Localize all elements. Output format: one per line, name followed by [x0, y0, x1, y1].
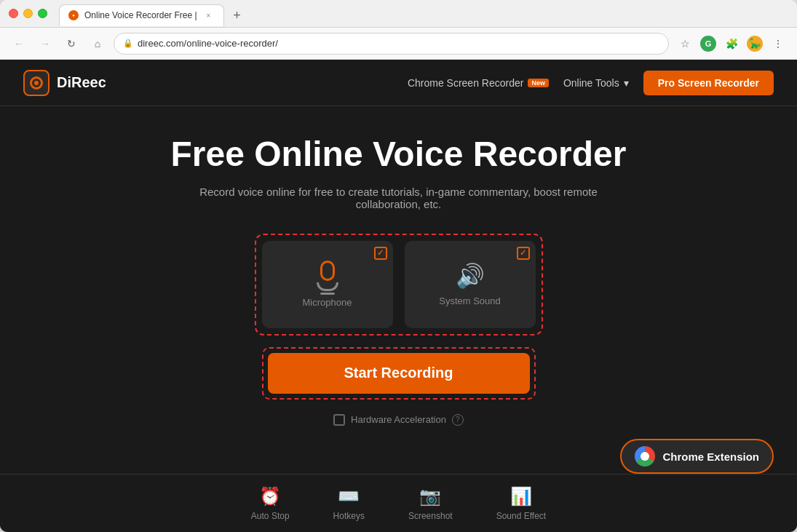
microphone-label: Microphone	[303, 297, 352, 308]
auto-stop-label: Auto Stop	[251, 511, 290, 521]
chrome-screen-recorder-link[interactable]: Chrome Screen Recorder New	[408, 77, 549, 89]
dino-icon[interactable]: 🦕	[745, 33, 765, 54]
home-button[interactable]: ⌂	[87, 33, 108, 54]
back-button[interactable]: ←	[9, 33, 29, 54]
tab-favicon	[68, 10, 79, 20]
close-button[interactable]	[9, 9, 18, 18]
site-nav: DiReec Chrome Screen Recorder New Online…	[0, 60, 797, 106]
speaker-icon: 🔊	[456, 262, 485, 290]
microphone-checkbox[interactable]	[374, 247, 387, 260]
hotkeys-feature[interactable]: ⌨️ Hotkeys	[333, 486, 365, 521]
hardware-acceleration-row: Hardware Acceleration ?	[333, 414, 464, 426]
sound-effect-label: Sound Effect	[496, 511, 547, 521]
brand: DiReec	[23, 70, 106, 96]
extensions-icon[interactable]: 🧩	[721, 33, 742, 54]
screenshot-icon: 📷	[419, 486, 441, 507]
chrome-logo-icon	[635, 446, 655, 467]
system-sound-card[interactable]: 🔊 System Sound	[405, 241, 536, 328]
url-text: direec.com/online-voice-recorder/	[138, 38, 659, 49]
toolbar-icons: ☆ G 🧩 🦕 ⋮	[675, 33, 788, 54]
start-recording-wrapper: Start Recording	[262, 347, 536, 400]
site-content: DiReec Chrome Screen Recorder New Online…	[0, 60, 797, 532]
minimize-button[interactable]	[23, 9, 33, 18]
new-tab-btn[interactable]: +	[227, 6, 247, 26]
microphone-card[interactable]: Microphone	[262, 241, 393, 328]
brand-logo	[23, 70, 49, 96]
maximize-button[interactable]	[38, 9, 47, 18]
online-tools-label: Online Tools	[563, 77, 619, 89]
menu-icon[interactable]: ⋮	[768, 33, 788, 54]
lock-icon: 🔒	[123, 39, 133, 48]
pro-screen-recorder-btn[interactable]: Pro Screen Recorder	[643, 71, 774, 95]
hw-accel-label: Hardware Acceleration	[351, 414, 446, 425]
titlebar: Online Voice Recorder Free | × +	[0, 0, 797, 28]
chrome-extension-btn[interactable]: Chrome Extension	[620, 439, 774, 474]
chrome-extension-label: Chrome Extension	[662, 450, 759, 463]
addressbar: ← → ↻ ⌂ 🔒 direec.com/online-voice-record…	[0, 28, 797, 60]
hero-section: Free Online Voice Recorder Record voice …	[0, 106, 797, 440]
hotkeys-icon: ⌨️	[338, 486, 360, 507]
chrome-screen-recorder-label: Chrome Screen Recorder	[408, 77, 524, 89]
browser-window: Online Voice Recorder Free | × + ← → ↻ ⌂…	[0, 0, 797, 532]
profile-icon[interactable]: G	[698, 33, 718, 54]
forward-button[interactable]: →	[35, 33, 55, 54]
record-controls: Microphone 🔊 System Sound Start Recordin…	[255, 234, 543, 426]
profile-avatar: G	[700, 36, 716, 52]
screenshot-feature[interactable]: 📷 Screenshot	[408, 486, 453, 521]
hotkeys-label: Hotkeys	[333, 511, 365, 521]
hero-subtitle: Record voice online for free to create t…	[181, 186, 617, 210]
reload-button[interactable]: ↻	[61, 33, 82, 54]
auto-stop-feature[interactable]: ⏰ Auto Stop	[251, 486, 290, 521]
system-sound-label: System Sound	[439, 295, 501, 306]
start-recording-btn[interactable]: Start Recording	[268, 353, 530, 394]
active-tab[interactable]: Online Voice Recorder Free | ×	[59, 4, 224, 26]
screenshot-label: Screenshot	[408, 511, 453, 521]
features-bar: ⏰ Auto Stop ⌨️ Hotkeys 📷 Screenshot 📊 So…	[0, 474, 797, 532]
hw-accel-help-icon[interactable]: ?	[452, 414, 464, 426]
bookmark-icon[interactable]: ☆	[675, 33, 695, 54]
system-sound-checkbox[interactable]	[517, 247, 530, 260]
new-badge: New	[528, 79, 549, 87]
brand-logo-icon	[30, 76, 43, 90]
url-bar[interactable]: 🔒 direec.com/online-voice-recorder/	[114, 33, 669, 55]
brand-name[interactable]: DiReec	[57, 74, 106, 91]
tab-close-btn[interactable]: ×	[203, 9, 215, 21]
traffic-lights	[9, 9, 47, 18]
chevron-down-icon: ▾	[624, 77, 629, 89]
microphone-icon	[314, 261, 341, 291]
hw-accel-checkbox[interactable]	[333, 414, 345, 426]
auto-stop-icon: ⏰	[259, 486, 281, 507]
sound-effect-feature[interactable]: 📊 Sound Effect	[496, 486, 547, 521]
input-options-wrapper: Microphone 🔊 System Sound	[255, 234, 543, 336]
online-tools-link[interactable]: Online Tools ▾	[563, 77, 629, 89]
hero-title: Free Online Voice Recorder	[171, 135, 627, 174]
tab-title: Online Voice Recorder Free |	[84, 10, 197, 20]
sound-effect-icon: 📊	[510, 486, 532, 507]
